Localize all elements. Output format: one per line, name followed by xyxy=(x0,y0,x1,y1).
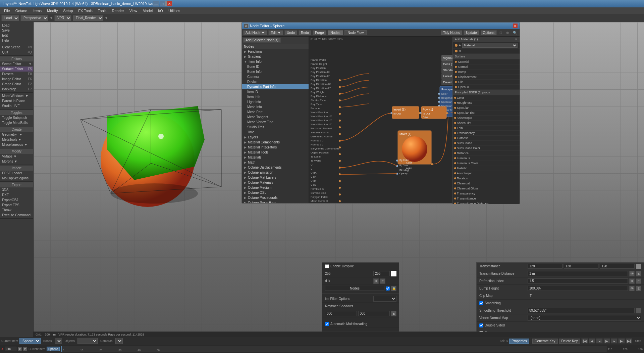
refraction-eye-button[interactable]: 👁 xyxy=(629,278,635,284)
vertex-normal-select[interactable]: (none) xyxy=(528,315,641,321)
edit-button[interactable]: Edit xyxy=(0,33,33,38)
category-octane-materials[interactable]: ▶ Octane Materials xyxy=(242,180,309,185)
next-frame-button[interactable]: ▶ xyxy=(618,338,625,344)
item-item-id[interactable]: Item ID xyxy=(242,89,309,94)
prev-frame-button[interactable]: ◀ xyxy=(589,338,595,344)
tab-node-flow[interactable]: Node Flow xyxy=(344,30,367,35)
menu-octane[interactable]: Octane xyxy=(13,8,30,13)
transmittance-r-input[interactable] xyxy=(528,264,562,269)
transmittance-dist-eye-button[interactable]: 👁 xyxy=(629,271,635,276)
export-eps-button[interactable]: Export EPS xyxy=(0,203,33,208)
menu-items[interactable]: Items xyxy=(30,8,44,13)
menu-file[interactable]: File xyxy=(1,8,13,13)
category-material-components[interactable]: ▶ Material Components xyxy=(242,140,309,145)
add-node-button[interactable]: Add Node ▼ xyxy=(243,30,267,35)
parent-in-place-button[interactable]: Parent in Place xyxy=(0,98,33,103)
category-item-info[interactable]: ▼ Item Info xyxy=(242,59,309,64)
quit-button[interactable]: Quit +Q xyxy=(0,50,33,55)
double-sided-checkbox[interactable] xyxy=(479,323,483,327)
bump-height-e-button[interactable]: E xyxy=(636,286,641,291)
toolbar-layout-select[interactable]: LoadSave xyxy=(1,15,19,21)
bones-select[interactable] xyxy=(55,338,62,344)
generate-key-button[interactable]: Generate Key xyxy=(532,339,558,344)
bump-height-input[interactable] xyxy=(528,286,628,291)
material-input-a-select[interactable]: Material xyxy=(462,43,518,48)
d-lk-eye-button[interactable]: 👁 xyxy=(373,278,379,284)
refraction-input[interactable] xyxy=(528,278,628,283)
undo-button[interactable]: Undo xyxy=(284,30,297,35)
item-mesh-tangent[interactable]: Mesh Tangent xyxy=(242,115,309,120)
delete-key-button[interactable]: Delete Key xyxy=(559,339,580,344)
menu-tools[interactable]: Tools xyxy=(95,8,109,13)
item-item-info[interactable]: Item Info xyxy=(242,94,309,99)
miscellaneous-button[interactable]: Miscellaneous ▼ xyxy=(0,142,33,147)
item-dynamics-part-info[interactable]: Dynamics Part Info xyxy=(242,84,309,89)
toolbar-render-select[interactable]: Final_Render xyxy=(73,15,103,21)
transmittance-color-swatch[interactable] xyxy=(636,264,641,269)
item-camera[interactable]: Camera xyxy=(242,74,309,79)
d-lk-e-button[interactable]: E xyxy=(380,278,385,284)
go-start-button[interactable]: |◀ xyxy=(581,338,588,344)
item-mesh-part[interactable]: Mesh Part xyxy=(242,109,309,115)
shadow-g-input[interactable] xyxy=(358,311,390,316)
backdrop-button[interactable]: Backdrop F7 xyxy=(0,87,33,92)
add-selected-node-button[interactable]: Add Selected Node(s) xyxy=(243,38,281,43)
category-octane-medium[interactable]: ▶ Octane Medium xyxy=(242,185,309,190)
menu-utilities[interactable]: Utilities xyxy=(166,8,183,13)
menu-setup[interactable]: Setup xyxy=(61,8,76,13)
despike-swatch[interactable] xyxy=(391,271,396,276)
update-button[interactable]: Update xyxy=(464,30,479,35)
close-button[interactable]: ✕ xyxy=(166,1,172,6)
options-button[interactable]: Options xyxy=(481,30,497,35)
load-button[interactable]: Load xyxy=(0,23,33,28)
nodes-button[interactable]: Nodes xyxy=(325,286,384,291)
morphs-button[interactable]: Morphs ▼ xyxy=(0,159,33,164)
geometry-button[interactable]: Geometry ' ▼ xyxy=(0,132,33,137)
objects-select[interactable] xyxy=(77,338,98,344)
throw-button[interactable]: Throw xyxy=(0,208,33,213)
item-time[interactable]: Time xyxy=(242,130,309,135)
item-studio-trait[interactable]: Studio Trait xyxy=(242,125,309,130)
category-layers[interactable]: ▶ Layers xyxy=(242,135,309,140)
category-functions[interactable]: ▶ Functions xyxy=(242,49,309,54)
category-octane-osl[interactable]: ▶ Octane OSL xyxy=(242,190,309,195)
node-editor-close-button[interactable]: ✕ xyxy=(513,24,518,28)
timeline-ruler[interactable]: 0 10 20 30 40 50 xyxy=(61,346,606,352)
toggle-metaballs-button[interactable]: Toggle MetaBalls xyxy=(0,120,33,125)
next-key-button[interactable]: ▸ xyxy=(611,338,618,344)
current-item-select[interactable]: Sphere xyxy=(19,338,41,344)
enable-despike-checkbox[interactable] xyxy=(325,264,329,268)
category-material-tools[interactable]: ▶ Material Tools xyxy=(242,150,309,155)
smoothing-checkbox[interactable] xyxy=(479,301,483,305)
toolbar-view-select[interactable]: Perspective xyxy=(20,15,48,21)
category-octane-procedurals[interactable]: ▶ Octane Procedurals xyxy=(242,195,309,200)
menu-fxtools[interactable]: FX Tools xyxy=(75,8,95,13)
bump-height-eye-button[interactable]: 👁 xyxy=(629,286,635,291)
clear-scene-button[interactable]: Clear Scene +N xyxy=(0,45,33,50)
execute-command-button[interactable]: Execute Command xyxy=(0,213,33,218)
category-octane-displacements[interactable]: ▶ Octane Displacements xyxy=(242,165,309,170)
smoothing-threshold-icon[interactable]: ↔ xyxy=(636,308,641,313)
item-device[interactable]: Device xyxy=(242,79,309,84)
presets-button[interactable]: Presets F8 xyxy=(0,72,33,77)
cameras-select[interactable] xyxy=(115,338,123,344)
epsf-loader-button[interactable]: EPSF Loader xyxy=(0,171,33,176)
properties-button[interactable]: Properties xyxy=(509,339,529,344)
coord-x-eye[interactable]: 👁 xyxy=(18,347,22,351)
shadow-e-button[interactable]: E xyxy=(391,311,396,316)
vmaps-button[interactable]: VMaps ▼ xyxy=(0,154,33,159)
menu-io[interactable]: I/O xyxy=(155,8,166,13)
item-light-info[interactable]: Light Info xyxy=(242,99,309,104)
transmittance-dist-input[interactable] xyxy=(528,271,628,276)
more-windows-button[interactable]: More Windows ▼ xyxy=(0,93,33,98)
category-materials[interactable]: ▶ Materials xyxy=(242,155,309,160)
nodes-active-checkbox[interactable] xyxy=(386,286,390,291)
image-editor-button[interactable]: Image Editor F6 xyxy=(0,77,33,82)
category-octane-projections[interactable]: ▶ Octane Projections xyxy=(242,200,309,203)
export-obj-button[interactable]: ExportOBJ xyxy=(0,197,33,203)
prev-key-button[interactable]: ◂ xyxy=(596,338,603,344)
tidy-nodes-button[interactable]: Tidy Nodes xyxy=(441,30,462,35)
studio-live-button[interactable]: Studio LIVE xyxy=(0,103,33,108)
purge-button[interactable]: Purge xyxy=(313,30,326,35)
edit-button-ne[interactable]: Edit ▼ xyxy=(268,30,283,35)
